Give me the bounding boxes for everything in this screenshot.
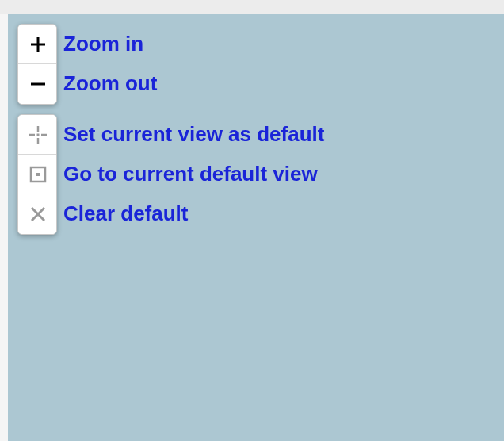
close-icon <box>28 204 48 224</box>
clear-default-button[interactable] <box>18 194 57 234</box>
target-square-icon <box>28 164 48 185</box>
svg-rect-7 <box>37 133 40 136</box>
goto-default-label: Go to current default view <box>63 154 324 194</box>
zoom-in-label: Zoom in <box>63 24 157 63</box>
set-default-label: Set current view as default <box>63 114 324 154</box>
zoom-out-label: Zoom out <box>63 63 157 103</box>
zoom-button-group <box>17 24 57 105</box>
crosshair-icon <box>28 125 48 145</box>
goto-default-view-button[interactable] <box>18 155 57 194</box>
svg-rect-9 <box>36 173 40 176</box>
set-default-view-button[interactable] <box>18 115 57 155</box>
minus-icon <box>29 75 48 94</box>
clear-default-label: Clear default <box>63 194 324 233</box>
zoom-labels: Zoom in Zoom out <box>63 24 157 103</box>
zoom-in-button[interactable] <box>18 25 57 64</box>
map-area[interactable]: Zoom in Zoom out <box>8 14 504 441</box>
top-bar <box>0 0 504 14</box>
zoom-out-button[interactable] <box>18 64 57 104</box>
view-button-group <box>17 114 57 235</box>
view-labels: Set current view as default Go to curren… <box>63 114 324 233</box>
plus-icon <box>29 35 48 54</box>
